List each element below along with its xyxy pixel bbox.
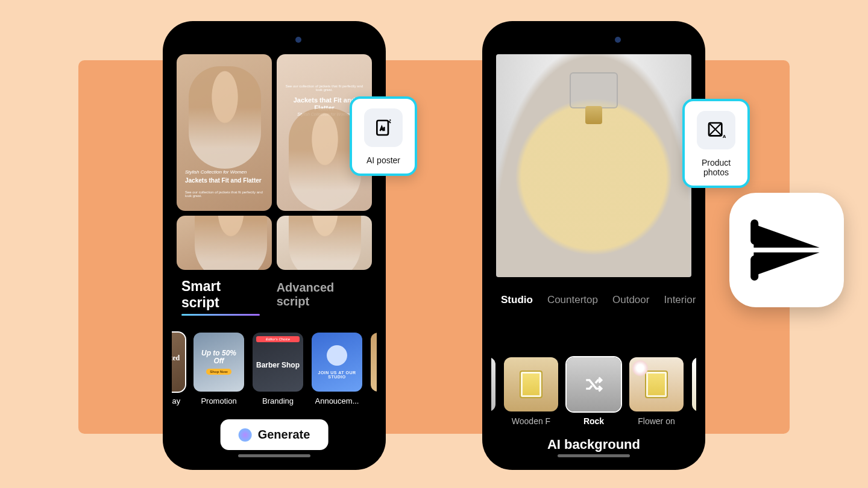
poster-template-4[interactable] [277,216,372,270]
poster1-subtitle: Stylish Collection for Women [185,169,263,175]
category-personal[interactable]: Happy Birthday Personal [371,333,377,405]
left-screen: Stylish Collection for Women Jackets tha… [172,30,377,461]
background-options-strip: White Ma Wooden F Rock Flower on [491,349,696,433]
bg-option-flower-2[interactable]: Flower on [692,357,696,426]
phone-notch [241,32,307,48]
category-promotion[interactable]: Up to 50% OffShop Now Promotion [193,333,244,405]
poster1-headline: Jackets that Fit and Flatter [185,177,263,184]
env-tab-interior[interactable]: Interior [664,294,696,306]
sparkle-icon [239,428,252,442]
tab-smart-script[interactable]: Smart script [181,278,260,314]
poster-templates-grid: Stylish Collection for Women Jackets tha… [172,30,377,270]
poster-template-3[interactable] [177,216,272,270]
bg-option-white-marble[interactable]: White Ma [491,357,495,426]
callout-ai-poster: AI poster [350,96,417,176]
category-announcement[interactable]: JOIN US AT OUR STUDIO Annoucem... [312,333,362,405]
svg-rect-3 [750,219,758,245]
phone-notch [561,32,627,48]
bg-option-flower-1[interactable]: Flower on [629,357,684,426]
right-screen: Studio Countertop Outdoor Interior Flow … [491,30,696,461]
ai-background-title: AI background [491,437,696,452]
phone-mockup-right: Studio Countertop Outdoor Interior Flow … [482,21,705,470]
poster-template-1[interactable]: Stylish Collection for Women Jackets tha… [177,54,272,211]
env-tab-outdoor[interactable]: Outdoor [612,294,649,306]
environment-tabs: Studio Countertop Outdoor Interior Flow [491,277,696,314]
category-product-display[interactable]: New Limited Edition duct display [172,333,185,405]
poster1-fineprint: See our collection of jackets that fit p… [185,190,263,198]
home-indicator [238,454,310,457]
home-indicator [558,454,630,457]
capcut-logo [729,193,844,307]
tab-advanced-script[interactable]: Advanced script [277,281,367,312]
poster-category-strip: New Limited Edition duct display Up to 5… [172,323,377,411]
script-tabs: Smart script Advanced script [172,270,377,319]
capcut-icon [747,214,826,286]
category-branding[interactable]: Editor's ChoiceBarber Shop Branding [253,333,303,405]
shuffle-icon [583,374,604,395]
env-tab-countertop[interactable]: Countertop [547,294,598,306]
ai-poster-icon [364,108,403,147]
bg-option-rock[interactable]: Rock [567,357,621,426]
generate-label: Generate [258,428,310,442]
generate-button[interactable]: Generate [221,419,329,450]
svg-text:AI: AI [723,134,726,139]
callout-product-photos: AI Product photos [682,99,750,188]
phone-mockup-left: Stylish Collection for Women Jackets tha… [163,21,386,470]
product-preview-image [496,54,691,277]
product-photos-icon: AI [697,111,735,149]
bg-option-wooden[interactable]: Wooden F [504,357,558,426]
poster2-fineprint: See our collection of jackets that fit p… [285,84,363,92]
env-tab-studio[interactable]: Studio [501,294,533,306]
svg-rect-4 [750,255,758,281]
